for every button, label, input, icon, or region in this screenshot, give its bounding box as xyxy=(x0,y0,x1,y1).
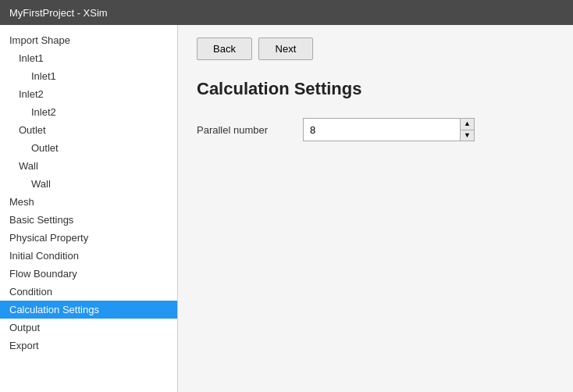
title-bar: MyFirstProject - XSim xyxy=(0,0,573,25)
sidebar-item-inlet2-child[interactable]: Inlet2 xyxy=(0,103,177,121)
sidebar-item-initial-condition[interactable]: Initial Condition xyxy=(0,247,177,265)
sidebar-item-import-shape[interactable]: Import Shape xyxy=(0,31,177,49)
sidebar-item-inlet1-child[interactable]: Inlet1 xyxy=(0,67,177,85)
parallel-number-spinbox[interactable]: ▲ ▼ xyxy=(303,118,475,141)
main-layout: Import ShapeInlet1Inlet1Inlet2Inlet2Outl… xyxy=(0,25,573,392)
sidebar-item-export[interactable]: Export xyxy=(0,337,177,355)
sidebar-item-physical-property[interactable]: Physical Property xyxy=(0,229,177,247)
parallel-number-label: Parallel number xyxy=(197,124,290,136)
sidebar-item-inlet1-group[interactable]: Inlet1 xyxy=(0,49,177,67)
sidebar-item-flow-boundary[interactable]: Flow Boundary xyxy=(0,265,177,283)
content-area: Back Next Calculation Settings Parallel … xyxy=(178,25,573,392)
spin-down-button[interactable]: ▼ xyxy=(461,130,474,141)
sidebar-item-basic-settings[interactable]: Basic Settings xyxy=(0,211,177,229)
button-row: Back Next xyxy=(197,37,554,60)
back-button[interactable]: Back xyxy=(197,37,252,60)
parallel-number-row: Parallel number ▲ ▼ xyxy=(197,118,554,141)
sidebar-item-condition[interactable]: Condition xyxy=(0,283,177,301)
sidebar-item-outlet-child[interactable]: Outlet xyxy=(0,139,177,157)
sidebar-item-calculation-settings[interactable]: Calculation Settings xyxy=(0,301,177,319)
title-bar-label: MyFirstProject - XSim xyxy=(9,7,108,19)
sidebar-item-wall-child[interactable]: Wall xyxy=(0,175,177,193)
spinbox-buttons: ▲ ▼ xyxy=(460,119,474,141)
sidebar: Import ShapeInlet1Inlet1Inlet2Inlet2Outl… xyxy=(0,25,178,392)
page-title: Calculation Settings xyxy=(197,79,554,99)
sidebar-item-output[interactable]: Output xyxy=(0,319,177,337)
sidebar-item-mesh[interactable]: Mesh xyxy=(0,193,177,211)
sidebar-item-outlet-group[interactable]: Outlet xyxy=(0,121,177,139)
next-button[interactable]: Next xyxy=(258,37,313,60)
sidebar-item-wall-group[interactable]: Wall xyxy=(0,157,177,175)
sidebar-item-inlet2-group[interactable]: Inlet2 xyxy=(0,85,177,103)
parallel-number-input[interactable] xyxy=(304,121,460,139)
spin-up-button[interactable]: ▲ xyxy=(461,119,474,130)
